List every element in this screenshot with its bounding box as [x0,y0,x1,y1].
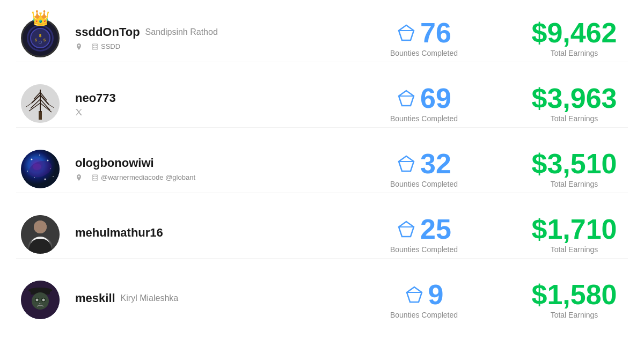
svg-point-59 [36,299,39,302]
bounties-value-row: 32 [381,150,467,178]
svg-rect-7 [93,45,94,46]
org-item: SSDD [91,42,120,50]
bounties-label: Bounties Completed [381,311,467,319]
social-item [75,108,83,116]
user-info: meskill Kiryl Mialeshka [64,291,381,308]
real-name: Sandipsinh Rathod [145,27,218,37]
org-label: @warnermediacode @globant [101,173,195,181]
svg-point-36 [53,176,54,177]
bounties-block: 32 Bounties Completed [381,150,467,188]
username[interactable]: meskill [75,291,115,305]
crown-container: 👑 $ $ $ ⬡ [21,19,60,57]
username-line: ologbonowiwi [75,156,381,170]
location-item [75,174,83,181]
org-item: @warnermediacode @globant [91,173,195,181]
svg-point-34 [45,178,46,180]
svg-rect-40 [93,176,94,177]
bounties-value-row: 69 [381,84,467,112]
bounties-count: 25 [420,215,451,243]
user-row: meskill Kiryl Mialeshka 9 Bounties Compl… [16,276,628,324]
bounties-block: 76 Bounties Completed [381,19,467,57]
earnings-value-row: $1,710 [531,215,617,243]
earnings-label: Total Earnings [531,49,617,57]
bounties-value-row: 25 [381,215,467,243]
bounties-block: 25 Bounties Completed [381,215,467,254]
earnings-value-row: $1,580 [531,281,617,308]
user-info: ologbonowiwi @warnermediaco [64,156,381,181]
avatar-inner: $ $ $ ⬡ [27,25,54,52]
earnings-value-row: $3,510 [531,150,617,178]
earnings-value: $9,462 [531,19,617,47]
svg-text:$: $ [39,33,42,38]
avatar-image [21,84,60,123]
avatar-section [16,150,64,188]
stats-section: 76 Bounties Completed $9,462 Total Earni… [381,19,628,57]
earnings-block: $1,710 Total Earnings [531,215,617,254]
stats-section: 69 Bounties Completed $3,963 Total Earni… [381,84,628,123]
username[interactable]: ologbonowiwi [75,156,154,170]
bounties-value-row: 76 [381,19,467,47]
svg-marker-26 [399,91,414,106]
user-row: neo773 69 Bounties Comple [16,80,628,128]
avatar-section: 👑 $ $ $ ⬡ [16,19,64,57]
username-line: mehulmathur16 [75,226,381,240]
location-icon [75,43,83,50]
username-line: neo773 [75,91,381,105]
svg-point-56 [32,292,49,310]
user-info: mehulmathur16 [64,226,381,243]
building-icon [91,174,99,181]
bounties-label: Bounties Completed [381,114,467,123]
avatar-image [21,281,60,319]
location-item [75,43,83,50]
user-info: neo773 [64,91,381,116]
svg-point-50 [34,221,47,233]
svg-point-1 [31,28,50,48]
bounties-block: 9 Bounties Completed [381,281,467,319]
svg-rect-41 [96,176,97,177]
svg-text:$: $ [43,38,46,42]
svg-rect-42 [93,178,94,179]
avatar-section [16,215,64,254]
svg-rect-39 [92,175,98,180]
svg-text:$: $ [35,38,37,42]
svg-point-38 [33,164,41,170]
avatar [21,150,60,188]
avatar-section [16,84,64,123]
earnings-block: $9,462 Total Earnings [531,19,617,57]
svg-marker-11 [399,25,414,40]
svg-rect-9 [93,47,94,48]
bounties-label: Bounties Completed [381,245,467,254]
building-icon [91,43,99,50]
svg-point-55 [28,288,52,293]
x-social-icon [75,108,83,116]
diamond-icon [397,219,416,239]
earnings-label: Total Earnings [531,245,617,254]
svg-marker-51 [399,222,414,237]
stats-section: 9 Bounties Completed $1,580 Total Earnin… [381,281,628,319]
diamond-icon [397,154,416,173]
avatar [21,84,60,123]
username[interactable]: ssddOnTop [75,25,140,39]
svg-rect-43 [96,178,97,179]
username-line: ssddOnTop Sandipsinh Rathod [75,25,381,39]
crown-icon: 👑 [31,9,50,27]
earnings-value-row: $3,963 [531,84,617,112]
leaderboard: 👑 $ $ $ ⬡ ssddO [0,0,644,338]
svg-text:⬡: ⬡ [39,40,42,44]
org-label: SSDD [101,42,120,50]
username[interactable]: mehulmathur16 [75,226,163,240]
real-name: Kiryl Mialeshka [121,293,179,303]
svg-point-31 [47,159,49,161]
user-row: ologbonowiwi @warnermediaco [16,145,628,193]
bounties-count: 69 [420,84,451,112]
stats-section: 25 Bounties Completed $1,710 Total Earni… [381,215,628,254]
svg-point-35 [34,177,35,178]
diamond-icon [397,23,416,42]
bounties-label: Bounties Completed [381,49,467,57]
avatar [21,281,60,319]
avatar-image [21,215,60,254]
bounties-block: 69 Bounties Completed [381,84,467,123]
username[interactable]: neo773 [75,91,116,105]
meta-line: @warnermediacode @globant [75,173,381,181]
svg-rect-8 [96,45,97,46]
